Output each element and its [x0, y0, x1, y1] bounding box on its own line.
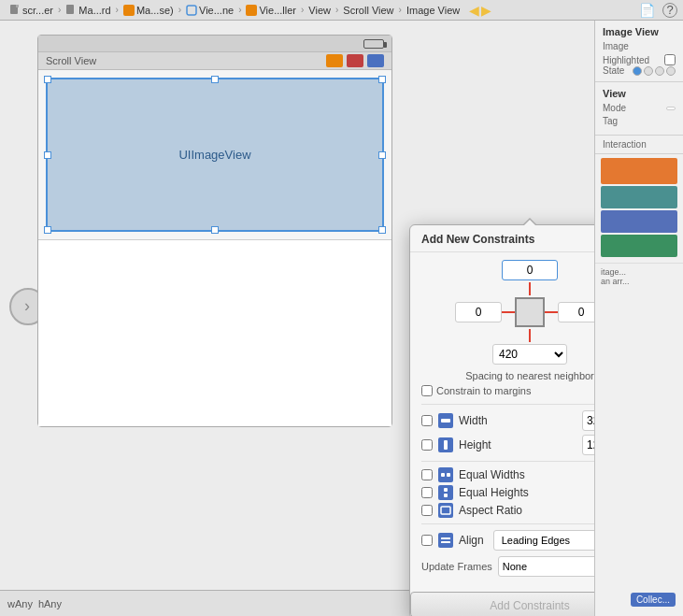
footer-text-1: itage...: [601, 267, 677, 277]
width-checkbox[interactable]: [421, 415, 433, 426]
spacing-left-input[interactable]: [455, 302, 502, 322]
breadcrumb-sep-3: ›: [178, 5, 181, 15]
equal-widths-row: Equal Widths: [421, 467, 594, 482]
breadcrumb-sep-6: ›: [335, 5, 338, 15]
aspect-ratio-row: Aspect Ratio: [421, 503, 594, 518]
state-label: State: [603, 65, 624, 76]
orange-icon-2: [246, 5, 257, 16]
align-checkbox[interactable]: [421, 535, 433, 546]
battery-icon: [363, 39, 384, 49]
breadcrumb-sep-2: ›: [116, 5, 119, 15]
spacing-bottom-select[interactable]: 420: [492, 344, 567, 365]
spacing-top-input[interactable]: [502, 260, 558, 280]
breadcrumb-item-6[interactable]: View: [305, 5, 334, 16]
resize-handle-bc[interactable]: [211, 226, 219, 234]
device-frame: Scroll View UIImageView: [37, 35, 392, 427]
wany-label: wAny: [7, 598, 33, 609]
breadcrumb-item-5[interactable]: Vie...ller: [242, 5, 300, 16]
height-label: Height: [459, 438, 576, 451]
breadcrumb-item-1[interactable]: scr...er: [6, 5, 57, 16]
resize-handle-ml[interactable]: [44, 151, 51, 159]
state-dot-1[interactable]: [633, 66, 642, 76]
image-row: Image: [603, 41, 676, 51]
spacing-visual: 420: [421, 260, 594, 365]
toolbar-icon-1[interactable]: [326, 54, 343, 67]
resize-handle-tc[interactable]: [211, 76, 219, 83]
state-dot-3[interactable]: [655, 66, 664, 76]
svg-rect-1: [16, 5, 19, 7]
width-select[interactable]: 320: [582, 410, 594, 431]
remaining-scroll-area: [38, 239, 391, 426]
image-view-container: UIImageView: [46, 78, 384, 232]
state-dot-2[interactable]: [644, 66, 653, 76]
resize-handle-br[interactable]: [378, 226, 386, 234]
aspect-ratio-checkbox[interactable]: [421, 505, 433, 516]
svg-rect-9: [444, 494, 448, 497]
add-constraints-button[interactable]: Add Constraints: [410, 592, 594, 616]
highlighted-row: Highlighted: [603, 54, 676, 65]
spacing-hline-left: [502, 311, 515, 313]
toolbar-icon-3[interactable]: [367, 54, 384, 67]
spacing-vline-top: [529, 282, 531, 295]
equal-heights-icon: [438, 485, 453, 500]
svg-rect-4: [441, 419, 450, 423]
align-label: Align: [459, 534, 484, 547]
help-icon[interactable]: ?: [662, 3, 677, 18]
breadcrumb-item-4[interactable]: Vie...ne: [182, 5, 237, 16]
nearest-neighbor-label: Spacing to nearest neighbor: [421, 370, 594, 381]
equal-heights-row: Equal Heights: [421, 485, 594, 500]
color-block-blue: [601, 210, 677, 233]
footer-text-2: an arr...: [601, 277, 677, 286]
svg-rect-11: [441, 537, 450, 539]
equal-widths-checkbox[interactable]: [421, 469, 433, 480]
resize-handle-tr[interactable]: [378, 76, 386, 83]
main-layout: › Scroll View: [0, 21, 683, 616]
aspect-ratio-label: Aspect Ratio: [459, 504, 522, 517]
svg-rect-2: [66, 5, 74, 14]
nav-forward-arrow[interactable]: ▶: [481, 3, 491, 18]
highlighted-label: Highlighted: [603, 55, 649, 65]
height-checkbox[interactable]: [421, 439, 433, 451]
collection-section: Collec...: [631, 593, 676, 607]
file-icon-2: [65, 5, 77, 16]
right-sidebar: Image View Image Highlighted State: [594, 21, 683, 616]
highlighted-checkbox[interactable]: [664, 54, 676, 65]
width-row: Width 320: [421, 410, 594, 431]
height-select[interactable]: 128: [582, 435, 594, 455]
color-block-green: [601, 235, 677, 257]
resize-handle-tl[interactable]: [44, 76, 51, 83]
svg-rect-5: [444, 440, 448, 450]
equal-heights-checkbox[interactable]: [421, 487, 433, 498]
aspect-ratio-icon: [438, 503, 453, 518]
uiimageview-label: UIImageView: [178, 148, 250, 162]
resize-handle-bl[interactable]: [44, 226, 51, 234]
view-section: View Mode Tag: [595, 82, 683, 136]
nav-back-arrow[interactable]: ◀: [469, 3, 479, 18]
equal-widths-icon: [438, 467, 453, 482]
breadcrumb-item-7[interactable]: Scroll View: [339, 5, 397, 16]
divider-3: [421, 523, 594, 524]
breadcrumb-item-8[interactable]: Image View: [403, 5, 463, 16]
top-right-icons: 📄 ?: [639, 3, 677, 18]
spacing-hline-right: [545, 311, 558, 313]
toolbar-icon-2[interactable]: [347, 54, 363, 67]
spacing-right-input[interactable]: [558, 302, 594, 322]
spacing-center-box: [515, 297, 545, 327]
resize-handle-mr[interactable]: [378, 151, 386, 159]
constrain-margins-checkbox[interactable]: [421, 385, 433, 396]
breadcrumb-item-3[interactable]: Ma...se): [120, 5, 178, 16]
state-dot-4[interactable]: [666, 66, 676, 76]
breadcrumb-item-2[interactable]: Ma...rd: [62, 5, 114, 16]
state-dots: [633, 66, 676, 76]
hany-label: hAny: [38, 598, 62, 609]
collection-button[interactable]: Collec...: [631, 593, 676, 607]
align-select[interactable]: Leading Edges: [493, 530, 594, 551]
image-label: Image: [603, 41, 629, 51]
document-icon[interactable]: 📄: [639, 3, 655, 18]
color-block-teal: [601, 186, 677, 208]
update-frames-select[interactable]: None: [498, 556, 594, 577]
mode-value[interactable]: [666, 107, 676, 110]
svg-rect-12: [441, 541, 450, 543]
tag-label: Tag: [603, 116, 618, 126]
width-icon: [438, 413, 453, 428]
